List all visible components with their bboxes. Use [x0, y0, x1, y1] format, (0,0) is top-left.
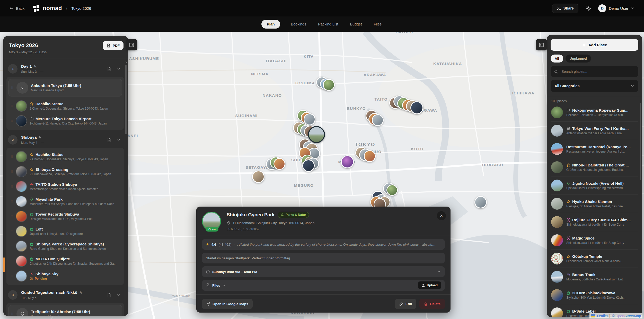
brand-logo[interactable]: nomad — [33, 5, 62, 12]
map-marker[interactable] — [364, 150, 376, 162]
map-marker[interactable] — [252, 171, 264, 183]
delete-button[interactable]: Delete — [419, 299, 445, 309]
files-row[interactable]: Files Upload — [202, 280, 445, 291]
place-list-item[interactable]: Tokyo-Wan Ferry Port Kuriha... Abfahrtss… — [551, 121, 638, 140]
filter-unplanned[interactable]: Unplanned — [566, 55, 591, 63]
itinerary-item[interactable]: ⠿ MEGA Don Quijote Chaotischer 24h-Disco… — [8, 254, 122, 269]
day-notes-icon[interactable] — [107, 293, 111, 297]
map-marker[interactable] — [410, 101, 423, 114]
itinerary-item[interactable]: ⠿ Shibuya Sky Pending — [8, 269, 122, 283]
map-marker[interactable] — [474, 196, 487, 208]
map-marker-selected[interactable] — [308, 126, 325, 143]
drag-handle-icon[interactable]: ⠿ — [10, 229, 13, 233]
add-place-button[interactable]: Add Place — [551, 39, 638, 51]
itinerary-item[interactable]: ⠿ Shibuya Parco (Cyberspace Shibuya) Ret… — [8, 239, 122, 254]
opening-hours-row[interactable]: Sunday: 9:00 AM – 6:00 PM — [202, 266, 445, 277]
itinerary-item-flight[interactable]: ⠿ Ankunft in Tokyo (7:55 Uhr) Mercure Ha… — [8, 79, 122, 96]
upload-button[interactable]: Upload — [418, 281, 441, 289]
search-input[interactable] — [561, 69, 635, 74]
left-panel-scrollbar[interactable] — [125, 65, 127, 134]
drag-handle-icon[interactable]: ⠿ — [10, 259, 13, 263]
tab-files[interactable]: Files — [373, 20, 383, 29]
chevron-down-icon[interactable] — [223, 284, 226, 287]
category-filter-dropdown[interactable]: All Categories — [551, 80, 638, 92]
day-header-2[interactable]: 2 Shibuya✎ Mon, May 4— — [6, 131, 124, 148]
tab-budget[interactable]: Budget — [349, 20, 363, 29]
item-name: Shibuya Crossing — [36, 167, 68, 172]
drag-handle-icon[interactable]: ⠿ — [10, 200, 13, 203]
place-list-item[interactable]: 3COINS Shimokitazawa Stylischer 300-Yen-… — [551, 286, 638, 304]
chevron-down-icon[interactable] — [631, 6, 635, 10]
day-notes-icon[interactable] — [107, 138, 111, 142]
drag-handle-icon[interactable]: ⠿ — [10, 185, 13, 189]
drag-handle-icon[interactable]: ⠿ — [10, 119, 13, 123]
share-button[interactable]: Share — [552, 4, 578, 13]
collapse-left-panel-button[interactable] — [126, 39, 137, 50]
itinerary-item[interactable]: ⠿ Miyashita Park Moderner Park mit Shops… — [8, 194, 122, 209]
filter-all[interactable]: All — [551, 55, 563, 63]
map-marker[interactable] — [386, 184, 398, 196]
map-marker[interactable] — [302, 160, 315, 172]
pdf-export-button[interactable]: PDF — [103, 41, 123, 50]
place-list-item[interactable]: Rojiura Curry SAMURAI. Shim... Shimokita… — [551, 213, 638, 231]
itinerary-item-meeting-point[interactable]: ⠿ Treffpunkt für Abreise (7:55 Uhr) Bus … — [8, 305, 122, 316]
edit-button[interactable]: Edit — [395, 299, 417, 309]
map-marker[interactable] — [274, 158, 285, 170]
edit-day-icon[interactable]: ✎ — [79, 291, 82, 295]
scroll-up-caret-icon[interactable] — [124, 60, 127, 64]
drag-handle-icon[interactable]: ⠿ — [10, 155, 13, 159]
drag-handle-icon[interactable]: ⠿ — [11, 312, 14, 316]
drag-handle-icon[interactable]: ⠿ — [11, 86, 14, 90]
chevron-down-icon[interactable] — [117, 293, 121, 297]
edit-day-icon[interactable]: ✎ — [34, 65, 37, 68]
itinerary-item[interactable]: ⠿ Loft Japanischer Lifestyle- und Design… — [8, 224, 122, 239]
theme-toggle-button[interactable] — [586, 6, 591, 11]
place-list-item[interactable]: Magic Spice Shimokitazawa ist berühmt fü… — [551, 231, 638, 249]
place-list-item[interactable]: Restaurant Harunatei (Kanaya Po... Resta… — [551, 140, 638, 158]
drag-handle-icon[interactable]: ⠿ — [10, 104, 13, 108]
chevron-down-icon[interactable] — [117, 138, 121, 142]
itinerary-item[interactable]: ⠿ Hachiko Statue 2 Chome-1 Dogenzaka, Sh… — [8, 149, 122, 164]
itinerary-item[interactable]: ⠿ Hachiko Statue 2 Chome-1 Dogenzaka, Sh… — [8, 99, 122, 113]
map-marker[interactable] — [372, 114, 384, 126]
map-marker[interactable] — [341, 155, 354, 168]
map-marker[interactable] — [323, 79, 335, 91]
place-list-item[interactable]: Bonus Track Modernes, dörfliches Café-Ar… — [551, 268, 638, 286]
avatar[interactable]: D — [598, 4, 606, 12]
tab-bookings[interactable]: Bookings — [290, 20, 307, 29]
itinerary-item[interactable]: ⠿ Tower Records Shibuya Riesiger Musikla… — [8, 209, 122, 224]
search-box[interactable] — [551, 66, 638, 77]
edit-day-icon[interactable]: ✎ — [39, 136, 41, 139]
drag-handle-icon[interactable]: ⠿ — [10, 170, 13, 174]
itinerary-item[interactable]: ⠿ TAITO Station Shibuya Mehrstöckige Arc… — [8, 179, 122, 194]
tab-packing-list[interactable]: Packing List — [317, 20, 339, 29]
place-list-item[interactable]: Nihon-ji Daibutsu (The Great ... Größte … — [551, 158, 638, 176]
right-panel-scrollbar[interactable] — [640, 103, 641, 180]
note-field[interactable]: Startet im riesigen Stadtpark. Perfekt f… — [202, 253, 445, 263]
chevron-down-icon[interactable] — [437, 270, 441, 274]
tab-plan[interactable]: Plan — [261, 20, 280, 29]
star-icon: ★ — [206, 242, 209, 246]
leaflet-link[interactable]: Leaflet — [597, 314, 608, 318]
osm-link[interactable]: © OpenStreetMap — [612, 314, 641, 318]
item-subtitle: Mehrstöckige Arcade voller Japan-Spielau… — [30, 187, 120, 191]
drag-handle-icon[interactable]: ⠿ — [10, 244, 13, 248]
itinerary-item[interactable]: ⠿ Mercure Tokyo Haneda Airport 1-chōme-2… — [8, 113, 122, 128]
itinerary-item[interactable]: ⠿ Shibuya Crossing 21 Udagawacho, Shibuy… — [8, 164, 122, 179]
day-notes-icon[interactable] — [107, 67, 111, 71]
day-header-1[interactable]: 1 Day 1✎ Sun, May 3— — [6, 60, 124, 77]
place-list-item[interactable]: Gōtokuji Temple Legendärer Tempel voller… — [551, 249, 638, 268]
place-list-item[interactable]: Nokogiriyama Ropeway Sum... Seilbahn: Ta… — [551, 103, 638, 121]
drag-handle-icon[interactable]: ⠿ — [10, 274, 13, 278]
open-in-google-maps-button[interactable]: Open in Google Maps — [202, 299, 253, 309]
close-button[interactable]: ✕ — [437, 211, 446, 220]
back-button[interactable]: Back — [9, 6, 24, 11]
rating-review-bar[interactable]: ★ 4.6 (43.462) · „Visited the park and w… — [202, 239, 445, 250]
drag-handle-icon[interactable]: ⠿ — [10, 215, 13, 218]
collapse-right-panel-button[interactable] — [536, 39, 547, 50]
chevron-down-icon[interactable] — [117, 67, 121, 71]
place-list-item[interactable]: Jigoku Nozoki (View of Hell) Spektakulär… — [551, 176, 638, 194]
place-list-item[interactable]: Hyaku-Shaku Kannon Riesiges, 30 Meter ho… — [551, 194, 638, 213]
day-header-3[interactable]: 3 Guided Tagestour nach Nikkō✎ Tue, May … — [6, 287, 124, 303]
map-marker[interactable] — [304, 113, 315, 125]
